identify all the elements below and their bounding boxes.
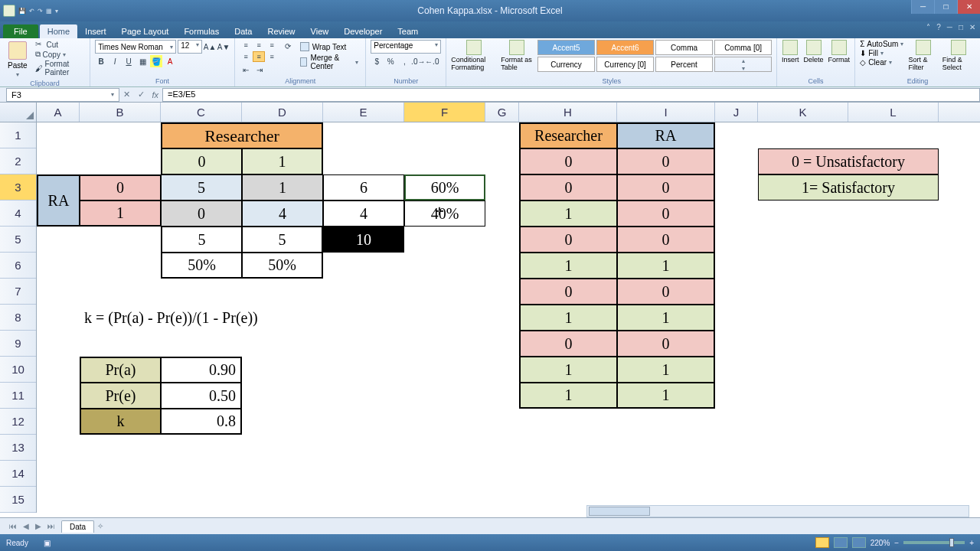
excel-icon[interactable]: [3, 5, 15, 17]
col-header-C[interactable]: C: [161, 103, 242, 122]
sheet-nav-first[interactable]: ⏮: [6, 522, 20, 530]
align-center[interactable]: ≡: [253, 51, 265, 62]
orientation-button[interactable]: ⟳: [283, 40, 293, 52]
cell-C3[interactable]: 5: [161, 174, 242, 201]
align-bottom[interactable]: ≡: [266, 40, 278, 51]
increase-indent[interactable]: ⇥: [253, 64, 266, 76]
cell-H6[interactable]: 1: [519, 253, 617, 279]
cell-D6[interactable]: 50%: [242, 253, 323, 279]
style-accent5[interactable]: Accent5: [537, 40, 595, 55]
cell-H9[interactable]: 0: [519, 331, 617, 357]
format-as-table-button[interactable]: Format as Table: [501, 40, 533, 71]
cell-H5[interactable]: 0: [519, 227, 617, 253]
row-header-9[interactable]: 9: [0, 331, 36, 357]
decrease-indent[interactable]: ⇤: [240, 64, 252, 76]
tab-team[interactable]: Team: [390, 24, 426, 38]
row-header-14[interactable]: 14: [0, 461, 36, 487]
row-header-10[interactable]: 10: [0, 357, 36, 383]
align-top[interactable]: ≡: [240, 40, 252, 51]
col-header-H[interactable]: H: [519, 103, 617, 122]
cell-F3[interactable]: 60%: [404, 174, 485, 201]
ribbon-minimize-icon[interactable]: ˄: [926, 23, 930, 31]
row-header-2[interactable]: 2: [0, 148, 36, 174]
cell-I10[interactable]: 1: [617, 357, 715, 383]
grow-font-icon[interactable]: A▲: [204, 41, 216, 53]
style-more[interactable]: ▴▾: [714, 57, 772, 72]
zoom-in-button[interactable]: +: [969, 539, 974, 547]
cell-I9[interactable]: 0: [617, 331, 715, 357]
cell-B8[interactable]: k = (Pr(a) - Pr(e))/(1 - Pr(e)): [80, 305, 404, 331]
sheet-nav-last[interactable]: ⏭: [44, 522, 58, 530]
align-middle[interactable]: ≡: [253, 40, 265, 51]
row-header-8[interactable]: 8: [0, 305, 36, 331]
col-header-K[interactable]: K: [758, 103, 848, 122]
new-sheet-icon[interactable]: ✧: [94, 522, 106, 530]
tab-developer[interactable]: Developer: [336, 24, 390, 38]
view-layout-button[interactable]: [834, 537, 848, 548]
view-break-button[interactable]: [852, 537, 866, 548]
cell-A3[interactable]: RA: [37, 174, 80, 227]
cell-C2[interactable]: 0: [161, 148, 242, 174]
col-header-F[interactable]: F: [404, 103, 485, 122]
style-accent6[interactable]: Accent6: [596, 40, 654, 55]
format-cells-button[interactable]: Format: [828, 40, 851, 64]
cell-H2[interactable]: 0: [519, 148, 617, 174]
cell-B12[interactable]: k: [80, 409, 161, 435]
cell-C6[interactable]: 50%: [161, 253, 242, 279]
autosum-button[interactable]: Σ AutoSum▾: [860, 40, 903, 48]
file-tab[interactable]: File: [3, 24, 38, 38]
row-header-5[interactable]: 5: [0, 227, 36, 253]
tab-view[interactable]: View: [303, 24, 337, 38]
cell-E4[interactable]: 4: [323, 201, 404, 227]
qat-save-icon[interactable]: 💾: [18, 8, 26, 15]
cell-I1[interactable]: RA: [617, 122, 715, 148]
cancel-formula-icon[interactable]: ✕: [123, 90, 130, 99]
minimize-button[interactable]: ─: [911, 0, 934, 14]
insert-cells-button[interactable]: Insert: [782, 40, 799, 64]
worksheet-grid[interactable]: ABCDEFGHIJKL 123456789101112131415 Resea…: [0, 103, 980, 517]
doc-min-icon[interactable]: ─: [947, 23, 952, 31]
col-header-I[interactable]: I: [617, 103, 715, 122]
style-percent[interactable]: Percent: [655, 57, 713, 72]
row-header-4[interactable]: 4: [0, 201, 36, 227]
doc-close-icon[interactable]: ✕: [969, 23, 975, 31]
macro-record-icon[interactable]: ▣: [44, 539, 51, 547]
style-comma[interactable]: Comma: [655, 40, 713, 55]
maximize-button[interactable]: □: [934, 0, 957, 14]
cell-C10[interactable]: 0.90: [161, 357, 242, 383]
shrink-font-icon[interactable]: A▼: [217, 41, 230, 53]
close-button[interactable]: ✕: [957, 0, 980, 14]
zoom-out-button[interactable]: −: [894, 539, 899, 547]
cell-B11[interactable]: Pr(e): [80, 383, 161, 409]
font-size-combo[interactable]: 12▾: [178, 40, 202, 54]
wrap-text-button[interactable]: Wrap Text: [298, 40, 361, 54]
percent-button[interactable]: %: [384, 55, 397, 67]
merge-center-button[interactable]: Merge & Center▾: [298, 55, 361, 69]
conditional-formatting-button[interactable]: Conditional Formatting: [451, 40, 496, 71]
view-normal-button[interactable]: [815, 537, 829, 548]
cell-H1[interactable]: Researcher: [519, 122, 617, 148]
tab-data[interactable]: Data: [227, 24, 260, 38]
qat-new-icon[interactable]: ▦: [46, 8, 52, 15]
cell-H11[interactable]: 1: [519, 383, 617, 409]
qat-dropdown-icon[interactable]: ▾: [55, 8, 58, 15]
sheet-nav-prev[interactable]: ◀: [20, 522, 32, 530]
cell-styles-gallery[interactable]: Accent5 Accent6 Comma Comma [0] Currency…: [537, 40, 772, 72]
row-header-11[interactable]: 11: [0, 383, 36, 409]
horizontal-scrollbar[interactable]: [586, 505, 969, 517]
align-left[interactable]: ≡: [240, 51, 252, 62]
cell-K2[interactable]: 0 = Unsatisfactory: [758, 148, 939, 174]
cell-I7[interactable]: 0: [617, 279, 715, 305]
comma-button[interactable]: ,: [398, 55, 410, 67]
col-header-D[interactable]: D: [242, 103, 323, 122]
help-icon[interactable]: ?: [936, 23, 941, 31]
cut-button[interactable]: Cut: [35, 40, 86, 49]
tab-review[interactable]: Review: [260, 24, 302, 38]
tab-insert[interactable]: Insert: [77, 24, 114, 38]
formula-input[interactable]: =E3/E5: [162, 88, 980, 102]
enter-formula-icon[interactable]: ✓: [138, 90, 145, 99]
format-painter-button[interactable]: Format Painter: [35, 60, 86, 77]
tab-formulas[interactable]: Formulas: [176, 24, 227, 38]
zoom-slider[interactable]: [903, 541, 965, 544]
cell-C4[interactable]: 0: [161, 201, 242, 227]
